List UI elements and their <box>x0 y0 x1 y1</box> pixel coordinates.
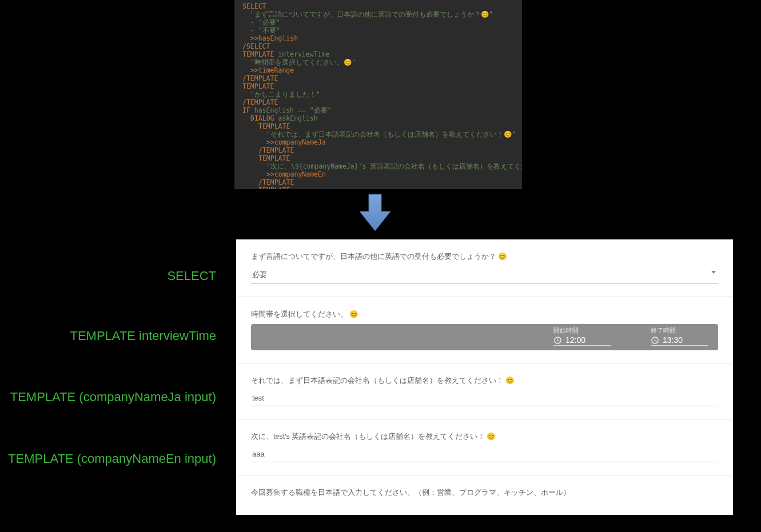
question-companyja-label: それでは、まず日本語表記の会社名（もしくは店舗名）を教えてください！😊 <box>251 376 718 386</box>
start-time-caption: 開始時間 <box>553 327 579 335</box>
question-language-section: まず言語についてですが、日本語の他に英語での受付も必要でしょうか？😊 必要 <box>236 239 733 297</box>
question-timerange-label: 時間帯を選択してください。😊 <box>251 310 718 319</box>
annotation-select: SELECT <box>0 269 223 283</box>
clock-icon <box>553 336 562 345</box>
code-editor-panel: SELECT"まず言語についてですが、日本語の他に英語での受付も必要でしょうか？… <box>234 0 522 189</box>
chevron-down-icon <box>711 271 716 274</box>
smile-icon: 😊 <box>505 377 515 385</box>
question-companyja-section: それでは、まず日本語表記の会社名（もしくは店舗名）を教えてください！😊 <box>236 363 733 419</box>
end-time-value: 13:30 <box>663 335 683 345</box>
annotation-template-interviewtime: TEMPLATE interviewTime <box>0 329 223 343</box>
company-name-en-input[interactable] <box>251 446 718 462</box>
smile-icon: 😊 <box>498 253 507 261</box>
question-companyen-section: 次に、test's 英語表記の会社名（もしくは店舗名）を教えてください！😊 <box>236 419 733 475</box>
end-time-caption: 終了時間 <box>651 327 676 335</box>
smile-icon: 😊 <box>487 433 496 441</box>
question-timerange-section: 時間帯を選択してください。😊 開始時間 12:00 終了時間 13:30 <box>236 297 733 363</box>
annotation-template-companynameen: TEMPLATE (companyNameEn input) <box>0 451 223 466</box>
language-select-value: 必要 <box>252 270 267 279</box>
question-jobtype-label: 今回募集する職種を日本語で入力してください。（例：営業、プログラマ、キッチン、ホ… <box>251 488 718 498</box>
time-range-bar: 開始時間 12:00 終了時間 13:30 <box>251 324 718 350</box>
clock-icon <box>651 336 659 345</box>
arrow-down-icon <box>354 192 396 233</box>
start-time-slot[interactable]: 開始時間 12:00 <box>553 324 611 350</box>
smile-icon: 😊 <box>349 310 358 318</box>
language-select[interactable]: 必要 <box>251 266 718 284</box>
question-language-label: まず言語についてですが、日本語の他に英語での受付も必要でしょうか？😊 <box>251 252 718 262</box>
annotation-template-companynameja: TEMPLATE (companyNameJa input) <box>0 390 223 405</box>
start-time-value: 12:00 <box>565 335 585 345</box>
question-companyen-label: 次に、test's 英語表記の会社名（もしくは店舗名）を教えてください！😊 <box>251 432 718 442</box>
company-name-ja-input[interactable] <box>251 390 718 406</box>
generated-form-panel: まず言語についてですが、日本語の他に英語での受付も必要でしょうか？😊 必要 時間… <box>236 239 733 515</box>
end-time-slot[interactable]: 終了時間 13:30 <box>651 324 708 350</box>
question-jobtype-section: 今回募集する職種を日本語で入力してください。（例：営業、プログラマ、キッチン、ホ… <box>236 475 733 498</box>
